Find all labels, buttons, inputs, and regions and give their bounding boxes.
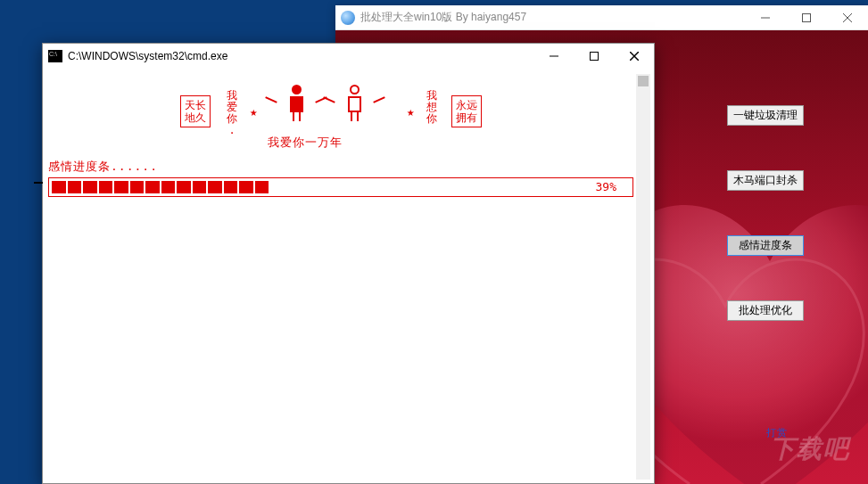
btn-emotion-progress[interactable]: 感情进度条: [727, 235, 804, 256]
cmd-close-button[interactable]: [614, 44, 654, 69]
art-text: 地久: [185, 111, 206, 124]
cmd-window: C:\WINDOWS\system32\cmd.exe 天长 地久 我爱你. ★…: [42, 43, 655, 484]
cmd-window-title: C:\WINDOWS\system32\cmd.exe: [68, 50, 533, 62]
art-text: 天长: [185, 99, 206, 111]
star-icon: ★: [250, 104, 257, 119]
cmd-client-area: 天长 地久 我爱你. ★ ★ 我想你 永远 拥有 我爱你一万年 感情进度条...…: [46, 74, 650, 480]
back-titlebar[interactable]: 批处理大全win10版 By haiyang457: [335, 5, 868, 30]
art-text: 永远: [456, 99, 477, 111]
star-icon: ★: [407, 104, 414, 119]
figure-icon: [274, 85, 318, 121]
cmd-scrollbar-thumb[interactable]: [638, 76, 649, 86]
back-maximize-button[interactable]: [786, 5, 827, 30]
ascii-art-header: 天长 地久 我爱你. ★ ★ 我想你 永远 拥有 我爱你一万年: [180, 83, 501, 149]
progress-label: 感情进度条......: [48, 159, 158, 175]
text-caret: [34, 182, 43, 184]
back-window-title: 批处理大全win10版 By haiyang457: [360, 10, 745, 25]
art-vert-right: 我想你: [426, 90, 437, 125]
cmd-titlebar[interactable]: C:\WINDOWS\system32\cmd.exe: [43, 44, 654, 69]
art-text: 拥有: [456, 111, 477, 124]
figure-icon: [332, 85, 376, 121]
progress-percent: 39%: [596, 180, 616, 193]
art-caption: 我爱你一万年: [268, 135, 343, 151]
app-globe-icon: [341, 11, 355, 25]
progress-bar: 39%: [48, 177, 633, 197]
art-box-left: 天长 地久: [180, 95, 211, 127]
cmd-scrollbar[interactable]: [636, 74, 650, 480]
cmd-icon: [48, 50, 62, 62]
btn-batch-optimize[interactable]: 批处理优化: [727, 300, 804, 321]
site-watermark: 下载吧: [770, 432, 850, 466]
btn-junk-clean[interactable]: 一键垃圾清理: [727, 105, 804, 126]
svg-rect-5: [590, 53, 598, 61]
art-box-right: 永远 拥有: [451, 95, 482, 127]
cmd-maximize-button[interactable]: [574, 44, 614, 69]
btn-trojan-port-block[interactable]: 木马端口封杀: [727, 170, 804, 191]
back-minimize-button[interactable]: [745, 5, 786, 30]
cmd-minimize-button[interactable]: [533, 44, 574, 69]
art-vert-left: 我爱你.: [227, 90, 237, 136]
progress-bar-fill: [52, 181, 269, 193]
svg-rect-1: [803, 13, 811, 21]
back-close-button[interactable]: [827, 5, 868, 30]
side-button-panel: 一键垃圾清理 木马端口封杀 感情进度条 批处理优化: [727, 105, 804, 321]
